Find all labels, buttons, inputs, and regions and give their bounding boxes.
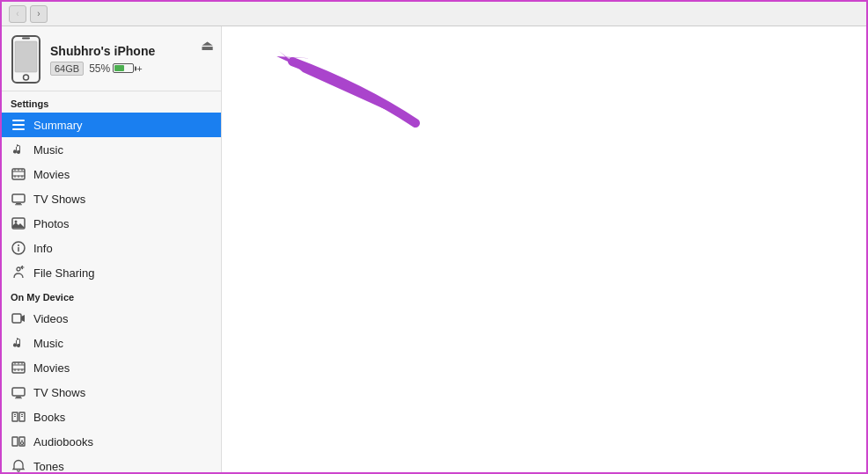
back-button[interactable]: ‹ (9, 5, 26, 23)
svg-rect-1 (15, 41, 37, 72)
svg-point-23 (18, 244, 19, 246)
sidebar-item-tv-shows-device[interactable]: TV Shows (2, 380, 221, 405)
svg-rect-15 (22, 176, 23, 179)
music-label: Music (33, 143, 63, 157)
arrow-annotation (239, 35, 451, 143)
summary-label: Summary (33, 119, 83, 132)
sidebar-item-videos[interactable]: Videos (2, 306, 221, 331)
battery-percent: 55% (89, 62, 110, 75)
svg-rect-11 (18, 169, 19, 171)
svg-rect-10 (15, 169, 16, 171)
tones-icon (11, 458, 26, 474)
filesharing-icon (11, 265, 26, 281)
tv-icon (11, 191, 26, 207)
battery-outer (113, 63, 134, 73)
sidebar-item-photos[interactable]: Photos (2, 211, 221, 236)
sidebar-item-tones[interactable]: Tones (2, 454, 221, 474)
svg-rect-5 (12, 124, 25, 126)
svg-rect-30 (18, 362, 19, 365)
svg-rect-27 (12, 365, 25, 366)
sidebar-item-music[interactable]: Music (2, 137, 221, 162)
svg-rect-34 (22, 369, 23, 372)
svg-rect-3 (22, 38, 30, 40)
list-icon (11, 117, 26, 133)
sidebar-item-info[interactable]: Info (2, 236, 221, 260)
info-label: Info (33, 242, 53, 255)
sidebar-item-summary[interactable]: Summary (2, 113, 221, 137)
movies-label: Movies (33, 168, 70, 181)
battery-section: 55% + (89, 62, 142, 75)
svg-point-24 (17, 267, 20, 271)
books-label: Books (33, 411, 65, 424)
photos-icon (11, 215, 26, 231)
svg-rect-37 (15, 397, 22, 398)
svg-rect-6 (12, 128, 25, 130)
forward-icon: › (37, 9, 40, 18)
svg-rect-44 (12, 437, 18, 446)
battery-fill (114, 65, 124, 71)
svg-rect-31 (22, 362, 23, 365)
sidebar-item-books[interactable]: Books (2, 405, 221, 429)
svg-rect-33 (18, 369, 19, 372)
svg-rect-16 (12, 194, 25, 202)
svg-rect-17 (16, 203, 21, 204)
svg-rect-36 (16, 397, 21, 397)
books-icon (11, 409, 26, 425)
svg-rect-22 (18, 247, 19, 252)
info-icon (11, 240, 26, 256)
sidebar-item-tv-shows[interactable]: TV Shows (2, 186, 221, 211)
svg-rect-43 (21, 416, 23, 417)
svg-rect-40 (14, 414, 16, 415)
audiobooks-icon (11, 434, 26, 449)
sidebar-item-file-sharing[interactable]: File Sharing (2, 260, 221, 285)
svg-rect-41 (14, 416, 16, 417)
storage-badge: 64GB (50, 62, 84, 76)
tv-shows-label: TV Shows (33, 193, 85, 206)
music-device-label: Music (33, 337, 63, 350)
device-info: Shubhro's iPhone 64GB 55% + (50, 44, 212, 76)
music-device-icon (11, 335, 26, 351)
sidebar-item-movies-device[interactable]: Movies (2, 355, 221, 380)
main-container: Shubhro's iPhone 64GB 55% + ⏏ (2, 26, 866, 474)
svg-rect-35 (12, 388, 25, 396)
sidebar-item-music-device[interactable]: Music (2, 331, 221, 355)
audiobooks-label: Audiobooks (33, 435, 93, 448)
sidebar: Shubhro's iPhone 64GB 55% + ⏏ (2, 26, 222, 474)
videos-label: Videos (33, 312, 69, 325)
svg-rect-29 (15, 362, 16, 365)
svg-point-46 (21, 442, 24, 445)
device-section: Shubhro's iPhone 64GB 55% + ⏏ (2, 26, 221, 91)
eject-button[interactable]: ⏏ (201, 37, 214, 54)
svg-rect-4 (12, 120, 25, 121)
file-sharing-label: File Sharing (33, 266, 94, 280)
music-icon (11, 142, 26, 157)
toolbar: ‹ › (2, 2, 866, 26)
svg-rect-13 (15, 176, 16, 179)
back-icon: ‹ (16, 9, 18, 18)
svg-rect-14 (18, 176, 19, 179)
device-storage-row: 64GB 55% + (50, 62, 212, 76)
forward-button[interactable]: › (30, 5, 48, 23)
svg-marker-47 (276, 46, 313, 77)
sidebar-item-audiobooks[interactable]: Audiobooks (2, 429, 221, 454)
svg-point-2 (24, 75, 29, 80)
device-name: Shubhro's iPhone (50, 44, 212, 58)
on-my-device-label: On My Device (2, 285, 221, 306)
svg-rect-42 (21, 414, 23, 415)
svg-rect-32 (15, 369, 16, 372)
movies-device-icon (11, 360, 26, 376)
svg-rect-12 (22, 169, 23, 171)
photos-label: Photos (33, 217, 69, 230)
battery-charging-icon: + (136, 63, 142, 74)
content-area (222, 26, 866, 474)
videos-icon (11, 310, 26, 326)
movies-icon (11, 166, 26, 182)
battery-bar (113, 63, 134, 73)
svg-rect-8 (12, 171, 25, 172)
movies-device-label: Movies (33, 361, 70, 375)
svg-rect-18 (15, 204, 22, 205)
svg-rect-25 (12, 314, 21, 323)
device-icon (11, 35, 41, 84)
tv-shows-device-label: TV Shows (33, 386, 85, 399)
sidebar-item-movies[interactable]: Movies (2, 162, 221, 186)
